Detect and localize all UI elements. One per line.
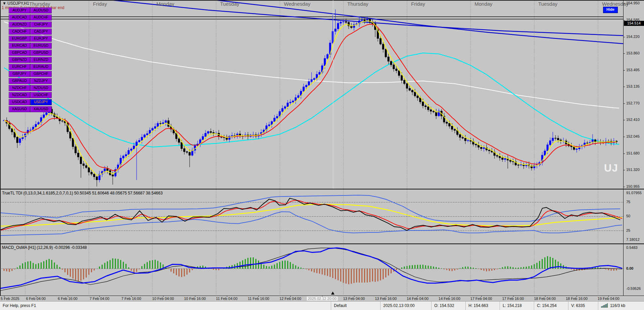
time-tick-mark bbox=[577, 296, 577, 297]
hide-button[interactable]: Hide bbox=[603, 7, 618, 13]
price-tick-mark bbox=[624, 170, 625, 170]
time-tick-mark bbox=[258, 296, 259, 297]
chart-symbol-label[interactable]: ▼ USDJPY,H1 bbox=[2, 1, 29, 6]
time-tick-label: 14 Feb 04:00 bbox=[407, 297, 429, 301]
time-tick-mark bbox=[608, 296, 609, 297]
macd-scale-label: 0.5483 bbox=[626, 246, 638, 250]
price-tick-label: 153.135 bbox=[626, 84, 640, 88]
time-tick-label: 6 Feb 04:00 bbox=[26, 297, 46, 301]
time-tick-mark bbox=[227, 296, 227, 297]
price-tick-label: 151.680 bbox=[626, 151, 640, 155]
time-tick-mark bbox=[545, 296, 545, 297]
time-tick-label: 5 Feb 2025 bbox=[1, 297, 19, 301]
symbol-button-eurgbp[interactable]: EURGBP bbox=[9, 36, 30, 42]
symbol-button-usdchf[interactable]: USDCHF bbox=[30, 92, 52, 98]
time-tick-label: 13 Feb 04:00 bbox=[343, 297, 365, 301]
window-top-border bbox=[0, 0, 644, 1]
symbol-button-gbpnzd[interactable]: GBPNZD bbox=[9, 57, 30, 63]
time-tick-label: 19 Feb 04:00 bbox=[598, 297, 620, 301]
symbol-button-nzdjpy[interactable]: NZDJPY bbox=[30, 78, 52, 84]
symbol-button-nzdusd[interactable]: NZDUSD bbox=[30, 85, 52, 91]
time-tick-mark bbox=[513, 296, 513, 297]
price-tick-mark bbox=[624, 120, 625, 120]
price-tick-mark bbox=[624, 70, 625, 71]
symbol-button-audnzd[interactable]: AUDNZD bbox=[9, 21, 30, 28]
time-axis[interactable]: 5 Feb 20256 Feb 04:006 Feb 16:007 Feb 04… bbox=[0, 296, 644, 302]
connection-kb-text: 116/3 kb bbox=[610, 303, 625, 308]
symbol-button-euraud[interactable]: EURAUD bbox=[30, 64, 52, 70]
symbol-button-gbpusd[interactable]: GBPUSD bbox=[30, 50, 52, 56]
symbol-button-eurcad[interactable]: EURCAD bbox=[9, 43, 30, 49]
symbol-button-nzdcad[interactable]: NZDCAD bbox=[9, 92, 30, 98]
time-tick-mark bbox=[290, 296, 291, 297]
price-tick-mark bbox=[624, 103, 625, 104]
price-scale[interactable]: 154.950154.585154.220153.860153.495153.1… bbox=[623, 0, 644, 296]
day-label: Friday bbox=[93, 1, 107, 7]
symbol-button-eurusd[interactable]: EURUSD bbox=[30, 43, 52, 49]
main-chart-canvas[interactable] bbox=[0, 0, 644, 296]
symbol-button-audchf[interactable]: AUDCHF bbox=[30, 14, 52, 20]
symbol-button-audusd[interactable]: AUDUSD bbox=[30, 7, 52, 13]
price-tick-mark bbox=[624, 137, 625, 137]
status-volume: V: 6335 bbox=[568, 302, 598, 310]
status-connection: 116/3 kb bbox=[598, 302, 644, 310]
time-tick-mark bbox=[4, 296, 4, 297]
time-tick-mark bbox=[131, 296, 132, 297]
status-high: H: 154.663 bbox=[465, 302, 500, 310]
time-tick-label: 7 Feb 16:00 bbox=[121, 297, 141, 301]
time-tick-label: 14 Feb 16:00 bbox=[439, 297, 460, 301]
day-label: Monday bbox=[156, 1, 174, 7]
day-label: Friday bbox=[411, 1, 425, 7]
price-tick-label: 154.220 bbox=[626, 35, 640, 39]
time-tick-mark bbox=[354, 296, 354, 297]
price-tick-label: 152.770 bbox=[626, 101, 640, 105]
time-tick-label: 12 Feb 04:00 bbox=[280, 297, 301, 301]
symbol-button-audjpy[interactable]: AUDJPY bbox=[9, 7, 30, 13]
day-label: Tuesday bbox=[220, 1, 239, 7]
day-label: Tuesday bbox=[538, 1, 557, 7]
time-tick-label: 10 Feb 04:00 bbox=[152, 297, 174, 301]
symbol-button-chfjpy[interactable]: CHFJPY bbox=[30, 21, 52, 28]
symbol-button-eurnzd[interactable]: EURNZD bbox=[30, 57, 52, 63]
time-tick-mark bbox=[449, 296, 450, 297]
symbol-button-eurjpy[interactable]: EURJPY bbox=[30, 36, 52, 42]
window-left-border bbox=[0, 0, 1, 296]
symbol-button-eurchf[interactable]: EURCHF bbox=[9, 64, 30, 70]
tdi-scale-label: 91.07955 bbox=[626, 191, 642, 195]
symbol-button-gbpjpy[interactable]: GBPJPY bbox=[9, 71, 30, 77]
symbol-button-xauusd[interactable]: XAUUSD bbox=[30, 106, 52, 112]
time-tick-mark bbox=[99, 296, 100, 297]
tdi-scale-label: 7.18012 bbox=[626, 237, 640, 241]
pane-splitter-macd[interactable] bbox=[0, 243, 644, 244]
symbol-button-nzdchf[interactable]: NZDCHF bbox=[9, 85, 30, 91]
symbol-button-gbpchf[interactable]: GBPCHF bbox=[30, 71, 52, 77]
status-low: L: 154.218 bbox=[500, 302, 534, 310]
time-tick-mark bbox=[36, 296, 36, 297]
status-profile[interactable]: Default bbox=[331, 302, 380, 310]
time-tick-label: 18 Feb 16:00 bbox=[566, 297, 588, 301]
symbol-button-gbpcad[interactable]: GBPCAD bbox=[9, 50, 30, 56]
time-tick-label: 6 Feb 16:00 bbox=[58, 297, 78, 301]
time-tick-mark bbox=[386, 296, 386, 297]
price-tick-label: 154.950 bbox=[626, 1, 640, 5]
pane-splitter-tdi[interactable] bbox=[0, 189, 644, 189]
price-tick-label: 152.410 bbox=[626, 118, 640, 122]
connection-bars-icon bbox=[601, 303, 608, 309]
time-tick-label: 10 Feb 16:00 bbox=[184, 297, 206, 301]
price-tick-mark bbox=[624, 153, 625, 154]
symbol-button-gbpaud[interactable]: GBPAUD bbox=[9, 78, 30, 84]
symbol-button-usdjpy[interactable]: USDJPY bbox=[30, 99, 52, 105]
price-tick-label: 153.860 bbox=[626, 51, 640, 55]
symbol-button-usdcad[interactable]: USDCAD bbox=[9, 99, 30, 105]
symbol-button-cadjpy[interactable]: CADJPY bbox=[30, 29, 52, 35]
macd-scale-label: -0.59526 bbox=[626, 286, 641, 291]
symbol-button-cadchf[interactable]: CADCHF bbox=[9, 29, 30, 35]
current-price-tag: 154.514 bbox=[624, 21, 644, 26]
price-tick-label: 151.320 bbox=[626, 168, 640, 172]
time-tick-label: 7 Feb 04:00 bbox=[90, 297, 109, 301]
price-tick-mark bbox=[624, 87, 625, 87]
mt4-chart-window: ThursdayFridayMondayTuesdayWednesdayThur… bbox=[0, 0, 644, 310]
tdi-indicator-label: TrueTL TDI (0,13,0,34,1.6185,2,0,7,0,1) … bbox=[2, 191, 163, 195]
symbol-button-audcad[interactable]: AUDCAD bbox=[9, 14, 30, 20]
symbol-button-xagusd[interactable]: XAGUSD bbox=[9, 106, 30, 112]
